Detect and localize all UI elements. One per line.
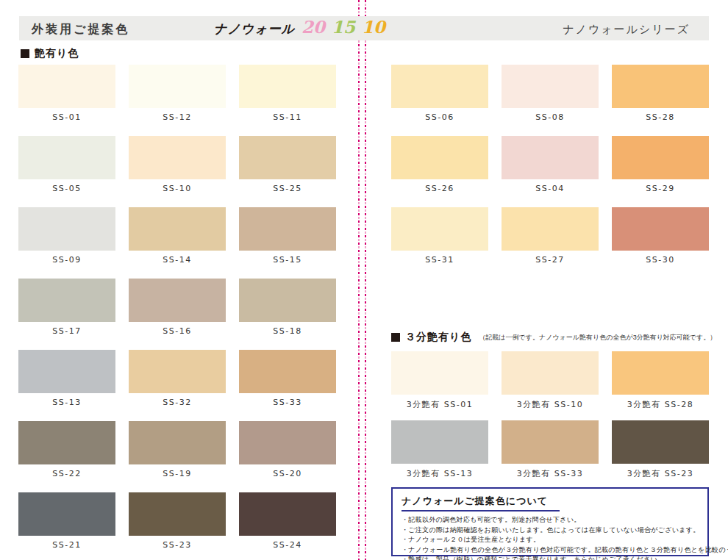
swatch-cell: SS-25 [239,136,336,193]
swatch-label: 3分艶有 SS-13 [391,468,488,478]
swatch-label: SS-04 [502,184,599,193]
swatch-label: 3分艶有 SS-01 [391,399,488,409]
swatch-label: SS-09 [18,255,115,265]
swatch-label: SS-16 [129,326,226,336]
color-swatch [391,65,488,108]
color-swatch [129,421,226,464]
swatch-label: SS-21 [18,540,115,550]
swatch-cell: SS-23 [129,492,226,550]
swatch-cell: SS-33 [239,350,336,407]
color-swatch [502,65,599,108]
swatch-cell: SS-29 [612,136,709,193]
color-swatch [239,207,336,251]
square-bullet-icon [21,49,29,58]
swatch-cell: 3分艶有 SS-01 [391,351,488,409]
swatch-label: SS-25 [239,184,336,193]
swatch-label: SS-05 [18,184,115,193]
color-swatch [612,136,709,179]
info-bullet-line: ・記載以外の調色対応も可能です。別途お問合せ下さい。 [402,515,699,525]
color-swatch [239,65,336,108]
brand-number-10: 10 [362,18,385,35]
swatch-cell: SS-12 [129,65,226,122]
swatch-label: SS-22 [18,469,115,478]
semi-gloss-swatch-grid: 3分艶有 SS-01 3分艶有 SS-10 3分艶有 SS-28 3分艶有 SS… [391,351,709,478]
swatch-label: SS-28 [612,112,709,122]
swatch-cell: SS-21 [18,492,115,550]
info-bullet-line: ・ナノウォール２０は受注生産となります。 [402,535,699,545]
color-swatch [129,492,226,536]
swatch-label: 3分艶有 SS-28 [612,399,709,409]
swatch-label: SS-06 [391,112,488,122]
info-box-title: ナノウォールご提案色について [402,495,560,511]
info-box-bullets: ・記載以外の調色対応も可能です。別途お問合せ下さい。・ご注文の際は納期確認をお願… [402,515,699,560]
gloss-section-label: 艶有り色 [35,47,79,60]
swatch-label: SS-19 [129,469,226,478]
swatch-label: SS-08 [502,112,599,122]
swatch-cell: SS-16 [129,279,226,336]
swatch-cell: SS-30 [612,207,709,265]
swatch-cell: 3分艶有 SS-10 [502,351,599,409]
color-swatch [18,350,115,393]
swatch-label: 3分艶有 SS-33 [502,468,599,478]
swatch-cell: SS-15 [239,207,336,265]
color-swatch [612,420,709,464]
swatch-label: SS-33 [239,398,336,407]
swatch-cell: SS-27 [502,207,599,265]
swatch-cell: 3分艶有 SS-23 [612,420,709,478]
semi-gloss-section-label: ３分艶有り色 [405,331,471,344]
swatch-label: SS-30 [612,255,709,265]
info-bullet-line: ・ナノウォール艶有り色の全色が３分艶有り色対応可能です。記載の艶有り色と３分艶有… [402,545,699,556]
color-swatch [18,492,115,536]
swatch-cell: SS-28 [612,65,709,122]
color-swatch [129,279,226,322]
swatch-cell: SS-04 [502,136,599,193]
brand-number-20: 20 [301,18,325,35]
color-swatch [612,351,709,395]
color-swatch [18,421,115,464]
swatch-label: SS-23 [129,540,226,550]
swatch-label: SS-29 [612,184,709,193]
brand-logo: ナノウォール 20 15 10 [214,18,385,37]
swatch-label: SS-27 [502,255,599,265]
gloss-swatch-grid-left: SS-01 SS-12 SS-11 SS-05 SS-10 SS-25 SS-0… [18,65,336,550]
swatch-cell: 3分艶有 SS-33 [502,420,599,478]
color-swatch [18,65,115,108]
swatch-label: SS-10 [129,184,226,193]
swatch-cell: SS-26 [391,136,488,193]
semi-gloss-section-heading: ３分艶有り色 （記載は一例です。ナノウォール艶有り色の全色が3分艶有り対応可能で… [391,331,716,344]
color-swatch [612,207,709,251]
page-title: 外装用ご提案色 [32,22,129,37]
color-swatch [502,420,599,464]
swatch-label: SS-18 [239,326,336,336]
brand-number-15: 15 [332,18,355,35]
color-swatch [239,136,336,179]
swatch-cell: SS-05 [18,136,115,193]
color-swatch [391,420,488,464]
swatch-cell: SS-32 [129,350,226,407]
swatch-cell: SS-20 [239,421,336,478]
color-swatch [502,351,599,395]
color-swatch [391,351,488,395]
color-swatch [239,421,336,464]
fold-mark-right [365,0,366,560]
color-swatch [239,279,336,322]
info-bullet-line: ・艶感は、製品（樹脂）の種類ごとで若干異なります。あらかじめご了承ください。 [402,555,699,560]
series-title: ナノウォールシリーズ [563,23,690,37]
swatch-cell: SS-19 [129,421,226,478]
swatch-label: 3分艶有 SS-10 [502,399,599,409]
swatch-cell: SS-18 [239,279,336,336]
color-swatch [129,350,226,393]
swatch-cell: 3分艶有 SS-13 [391,420,488,478]
color-swatch [18,207,115,251]
swatch-cell: SS-24 [239,492,336,550]
color-swatch [239,350,336,393]
swatch-label: SS-20 [239,469,336,478]
info-box: ナノウォールご提案色について ・記載以外の調色対応も可能です。別途お問合せ下さい… [391,487,709,556]
swatch-cell: SS-09 [18,207,115,265]
color-swatch [502,136,599,179]
swatch-label: SS-24 [239,540,336,550]
swatch-cell: SS-22 [18,421,115,478]
info-bullet-line: ・ご注文の際は納期確認をお願いいたします。色によっては在庫していない場合がござい… [402,525,699,536]
swatch-label: 3分艶有 SS-23 [612,468,709,478]
swatch-label: SS-13 [18,398,115,407]
